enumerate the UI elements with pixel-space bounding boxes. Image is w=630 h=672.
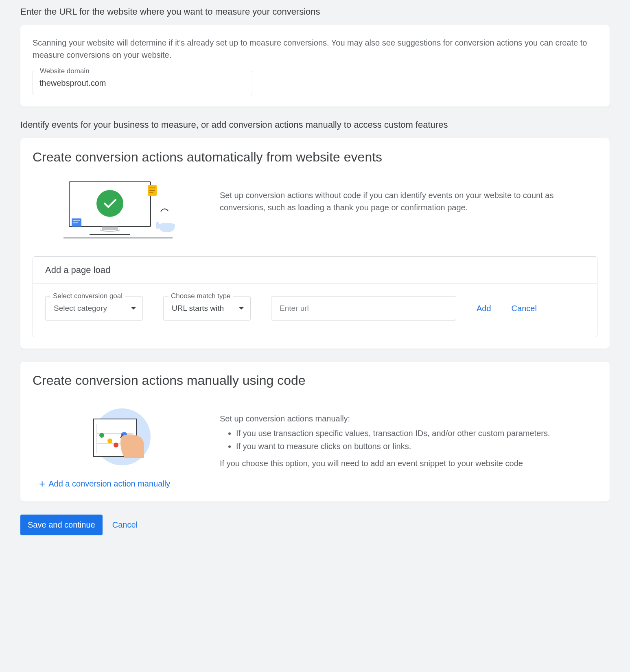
conversion-goal-label: Select conversion goal: [50, 292, 125, 300]
footer-actions: Save and continue Cancel: [20, 515, 610, 535]
svg-rect-11: [156, 222, 159, 229]
manual-card-title: Create conversion actions manually using…: [33, 373, 597, 388]
match-type-dropdown[interactable]: Choose match type URL starts with: [163, 296, 251, 321]
manual-bullet: If you want to measure clicks on buttons…: [236, 440, 597, 452]
manual-conversion-card: Create conversion actions manually using…: [20, 362, 610, 502]
auto-conversion-card: Create conversion actions automatically …: [20, 138, 610, 349]
scan-card: Scanning your website will determine if …: [20, 25, 610, 107]
auto-illustration: [33, 181, 203, 240]
conversion-goal-dropdown[interactable]: Select conversion goal Select category: [45, 296, 143, 321]
svg-point-20: [114, 443, 118, 447]
match-type-value: URL starts with: [172, 304, 224, 313]
plus-icon: +: [39, 478, 45, 490]
footer-cancel-button[interactable]: Cancel: [112, 520, 138, 530]
svg-point-19: [107, 439, 112, 443]
caret-down-icon: [239, 307, 244, 310]
svg-point-1: [96, 190, 123, 217]
svg-rect-9: [102, 227, 118, 230]
pageload-add-button[interactable]: Add: [477, 304, 491, 313]
svg-point-10: [159, 223, 175, 227]
auto-card-title: Create conversion actions automatically …: [33, 150, 597, 165]
manual-illustration: [33, 404, 203, 469]
conversion-goal-value: Select category: [54, 304, 107, 313]
section-header-url: Enter the URL for the website where you …: [20, 7, 610, 17]
svg-point-18: [99, 433, 104, 438]
add-conversion-manually-button[interactable]: + Add a conversion action manually: [39, 478, 597, 490]
pageload-header: Add a page load: [33, 257, 597, 284]
website-domain-label: Website domain: [37, 67, 92, 75]
scan-description: Scanning your website will determine if …: [33, 37, 597, 61]
match-type-label: Choose match type: [168, 292, 233, 300]
auto-card-description: Set up conversion actions without code i…: [220, 181, 597, 214]
manual-card-text: Set up conversion actions manually: If y…: [220, 404, 597, 469]
add-manual-label: Add a conversion action manually: [48, 479, 170, 489]
manual-intro: Set up conversion actions manually:: [220, 412, 597, 425]
url-input[interactable]: [271, 296, 456, 321]
save-and-continue-button[interactable]: Save and continue: [20, 515, 103, 535]
manual-note: If you choose this option, you will need…: [220, 457, 597, 469]
pageload-box: Add a page load Select conversion goal S…: [33, 256, 597, 337]
section-header-identify: Identify events for your business to mea…: [20, 120, 610, 130]
pageload-cancel-button[interactable]: Cancel: [512, 304, 537, 313]
manual-bullet: If you use transaction specific values, …: [236, 427, 597, 439]
website-domain-field-wrapper: Website domain: [33, 71, 252, 95]
caret-down-icon: [131, 307, 136, 310]
